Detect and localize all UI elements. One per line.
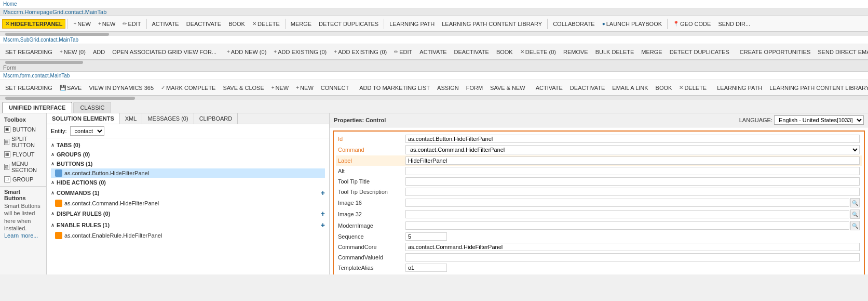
prop-input-id[interactable] bbox=[405, 135, 860, 143]
add-new-0-button[interactable]: + ADD NEW (0) bbox=[224, 47, 269, 57]
form-main-link[interactable]: Mscrm.form.contact.MainTab bbox=[3, 73, 70, 78]
new-button-2[interactable]: + NEW bbox=[95, 19, 119, 29]
add-display-rule-button[interactable]: + bbox=[321, 210, 325, 218]
add-enable-rule-button[interactable]: + bbox=[321, 221, 325, 229]
detect-dupes-button-1[interactable]: DETECT DUPLICATES bbox=[316, 19, 382, 29]
edit-button-2[interactable]: ✏ EDIT bbox=[391, 47, 415, 57]
learning-path-button-1[interactable]: LEARNING PATH bbox=[386, 19, 438, 29]
learn-more-link[interactable]: Learn more... bbox=[4, 232, 38, 239]
send-direct-email-button[interactable]: SEND DIRECT EMAIL bbox=[815, 47, 868, 57]
deactivate-button-1[interactable]: DEACTIVATE bbox=[183, 19, 224, 29]
tab-unified[interactable]: UNIFIED INTERFACE bbox=[2, 102, 72, 113]
prop-search-image32-button[interactable]: 🔍 bbox=[850, 210, 860, 219]
prop-input-image32[interactable] bbox=[405, 210, 849, 218]
set-regarding-button-2[interactable]: SET REGARDING bbox=[2, 47, 56, 57]
learning-path-button-3[interactable]: LEARNING PATH bbox=[714, 83, 765, 93]
tab-classic[interactable]: CLASSIC bbox=[73, 102, 111, 113]
new-0-button[interactable]: + NEW (0) bbox=[57, 47, 89, 57]
activate-button-1[interactable]: ACTIVATE bbox=[149, 19, 182, 29]
book-button-1[interactable]: BOOK bbox=[225, 19, 248, 29]
merge-button-1[interactable]: MERGE bbox=[288, 19, 315, 29]
learning-path-lib-button-3[interactable]: LEARNING PATH CONTENT LIBRARY bbox=[766, 83, 868, 93]
prop-input-template-alias[interactable] bbox=[405, 264, 447, 272]
prop-select-command[interactable]: as.contact.Command.HideFilterPanel bbox=[405, 145, 860, 154]
delete-0-button[interactable]: ✕ DELETE (0) bbox=[517, 47, 559, 57]
section-groups[interactable]: ∧ GROUPS (0) bbox=[51, 150, 325, 159]
geo-code-button[interactable]: 📍 GEO CODE bbox=[670, 19, 714, 29]
prop-input-label[interactable] bbox=[405, 156, 860, 165]
prop-search-image16-button[interactable]: 🔍 bbox=[850, 198, 860, 207]
form-button[interactable]: FORM bbox=[463, 83, 486, 93]
add-existing-0-button-1[interactable]: + ADD EXISTING (0) bbox=[270, 47, 330, 57]
toolbox-item-button[interactable]: ▣ BUTTON bbox=[0, 125, 46, 134]
scrollbar-2[interactable] bbox=[0, 60, 868, 64]
save-button[interactable]: 💾 SAVE bbox=[57, 83, 85, 93]
language-select[interactable]: English - United States[1033] bbox=[774, 115, 864, 125]
activate-button-2[interactable]: ACTIVATE bbox=[416, 47, 450, 57]
toolbox-item-flyout[interactable]: ▦ FLYOUT bbox=[0, 150, 46, 159]
deactivate-button-3[interactable]: DEACTIVATE bbox=[567, 83, 608, 93]
scrollbar-3[interactable] bbox=[0, 96, 868, 100]
section-link-1[interactable]: Msccrm.HomepageGrid.contact.MainTab bbox=[3, 9, 106, 15]
sol-tab-elements[interactable]: SOLUTION ELEMENTS bbox=[47, 113, 120, 124]
launch-playbook-button[interactable]: ● LAUNCH PLAYBOOK bbox=[599, 19, 665, 29]
prop-input-modern-image[interactable] bbox=[405, 221, 849, 230]
save-new-button[interactable]: SAVE & NEW bbox=[487, 83, 528, 93]
delete-button-1[interactable]: ✕ DELETE bbox=[249, 19, 283, 29]
add-existing-0-button-2[interactable]: + ADD EXISTING (0) bbox=[331, 47, 390, 57]
edit-button-1[interactable]: ✏ EDIT bbox=[119, 19, 144, 29]
section-hide-actions[interactable]: ∧ HIDE ACTIONS (0) bbox=[51, 178, 325, 187]
collaborate-button[interactable]: COLLABORATE bbox=[550, 19, 598, 29]
mark-complete-button[interactable]: ✓ MARK COMPLETE bbox=[158, 83, 219, 93]
connect-button[interactable]: CONNECT bbox=[318, 83, 352, 93]
toolbox-item-group[interactable]: □ GROUP bbox=[0, 175, 46, 184]
delete-button-3[interactable]: ✕ DELETE bbox=[676, 83, 710, 93]
new-button-1[interactable]: + NEW bbox=[70, 19, 94, 29]
view-dynamics-button[interactable]: VIEW IN DYNAMICS 365 bbox=[86, 83, 157, 93]
email-link-button[interactable]: EMAIL A LINK bbox=[609, 83, 651, 93]
detect-dupes-button-2[interactable]: DETECT DUPLICATES bbox=[667, 47, 733, 57]
sol-item-button-hidefilterpanel[interactable]: as.contact.Button.HideFilterPanel bbox=[51, 168, 325, 178]
section-enable-rules[interactable]: ∧ ENABLE RULES (1) + bbox=[51, 219, 325, 231]
section-buttons[interactable]: ∧ BUTTONS (1) bbox=[51, 159, 325, 168]
create-opps-button[interactable]: CREATE OPPORTUNITIES bbox=[737, 47, 814, 57]
subgrid-link[interactable]: Mscrm.SubGrid.contact.MainTab bbox=[3, 37, 78, 43]
prop-input-command-value-id[interactable] bbox=[405, 253, 860, 261]
sol-item-command[interactable]: as.contact.Command.HideFilterPanel bbox=[51, 199, 325, 208]
add-marketing-button[interactable]: ADD TO MARKETING LIST bbox=[356, 83, 433, 93]
book-button-2[interactable]: BOOK bbox=[493, 47, 516, 57]
sol-tab-clipboard[interactable]: CLIPBOARD bbox=[194, 113, 238, 124]
send-dir-button-1[interactable]: SEND DIR... bbox=[715, 19, 753, 29]
toolbox-item-menu-section[interactable]: ▧ MENU SECTION bbox=[0, 159, 46, 175]
sol-tab-messages[interactable]: MESSAGES (0) bbox=[142, 113, 194, 124]
set-regarding-button-3[interactable]: SET REGARDING bbox=[2, 83, 56, 93]
breadcrumb-home-link[interactable]: Home bbox=[3, 1, 17, 7]
prop-search-modern-image-button[interactable]: 🔍 bbox=[850, 221, 860, 230]
merge-button-2[interactable]: MERGE bbox=[638, 47, 665, 57]
section-commands[interactable]: ∧ COMMANDS (1) + bbox=[51, 187, 325, 199]
learning-path-lib-button-1[interactable]: LEARNING PATH CONTENT LIBRARY bbox=[439, 19, 545, 29]
scrollbar-1[interactable] bbox=[0, 32, 868, 36]
toolbox-item-split-button[interactable]: ▤ SPLIT BUTTON bbox=[0, 134, 46, 150]
save-close-button[interactable]: SAVE & CLOSE bbox=[220, 83, 267, 93]
prop-input-command-core[interactable] bbox=[405, 243, 860, 251]
sol-tab-xml[interactable]: XML bbox=[120, 113, 143, 124]
assign-button[interactable]: ASSIGN bbox=[434, 83, 462, 93]
book-button-3[interactable]: BOOK bbox=[653, 83, 675, 93]
add-button[interactable]: ADD bbox=[90, 47, 108, 57]
entity-select[interactable]: contact bbox=[70, 126, 104, 136]
prop-input-tooltip-title[interactable] bbox=[405, 177, 860, 186]
new-button-3[interactable]: + NEW bbox=[268, 83, 292, 93]
sol-item-enable-rule[interactable]: as.contact.EnableRule.HideFilterPanel bbox=[51, 231, 325, 240]
add-command-button[interactable]: + bbox=[321, 189, 325, 197]
bulk-delete-button[interactable]: BULK DELETE bbox=[592, 47, 638, 57]
prop-input-tooltip-desc[interactable] bbox=[405, 188, 860, 196]
remove-button[interactable]: REMOVE bbox=[560, 47, 591, 57]
deactivate-button-2[interactable]: DEACTIVATE bbox=[451, 47, 492, 57]
section-tabs[interactable]: ∧ TABS (0) bbox=[51, 140, 325, 150]
prop-input-image16[interactable] bbox=[405, 199, 849, 207]
activate-button-3[interactable]: ACTIVATE bbox=[533, 83, 566, 93]
section-display-rules[interactable]: ∧ DISPLAY RULES (0) + bbox=[51, 208, 325, 219]
open-assoc-button[interactable]: OPEN ASSOCIATED GRID VIEW FOR... bbox=[109, 47, 220, 57]
prop-input-sequence[interactable] bbox=[405, 232, 447, 241]
